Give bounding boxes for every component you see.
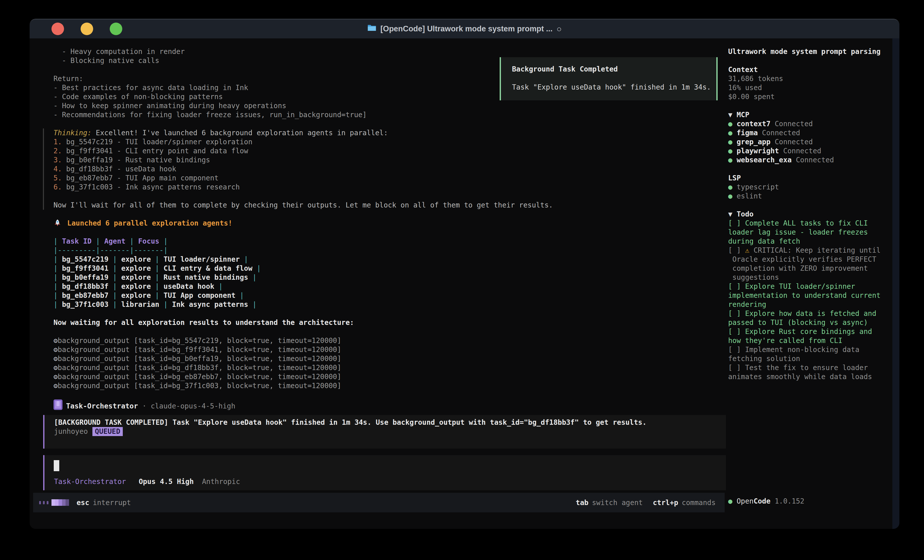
terminal-line: [ ] Explore how data is fetched and pass… (728, 309, 894, 327)
brand-name-bold: Code (753, 497, 770, 505)
terminal-line: Task-Orchestrator · claude-opus-4-5-high (54, 400, 716, 411)
text-segment: Connected (758, 129, 800, 137)
terminal-line: Thinking: Excellent! I've launched 6 bac… (54, 129, 716, 138)
text-segment: [ ] Implement non-blocking data fetching… (728, 346, 860, 363)
terminal-line: ⚙background_output [task_id=bg_df18bb3f,… (54, 363, 716, 372)
text-segment: | (151, 273, 164, 281)
completed-task-message: [BACKGROUND TASK COMPLETED] Task "Explor… (54, 418, 646, 427)
text-segment: bg_37f1c003 (62, 300, 108, 308)
text-cursor (54, 460, 59, 471)
terminal-output-bottom: Launched 6 parallel exploration agents! … (54, 210, 716, 411)
text-segment: [ ] Test the fix to ensure loader animat… (728, 364, 872, 381)
thinking-block: Thinking: Excellent! I've launched 6 bac… (43, 129, 716, 210)
warning-icon: ⚠ (745, 246, 753, 255)
text-segment: eslint (737, 192, 762, 200)
text-segment: - Recommendations for fixing loader free… (54, 111, 367, 119)
terminal-line: ▼ Todo (728, 210, 894, 219)
text-segment: | (126, 237, 138, 246)
text-segment: 4. (54, 165, 66, 173)
gear-icon: ⚙ (54, 382, 58, 390)
text-segment: - Best practices for async data loading … (54, 84, 248, 92)
text-segment: | (54, 237, 62, 246)
terminal-line: Ultrawork mode system prompt parsing (728, 47, 894, 56)
agent-name[interactable]: Task-Orchestrator (54, 478, 126, 486)
text-segment: explore (121, 291, 151, 299)
text-segment: · (138, 402, 151, 410)
terminal-line: ▼ MCP (728, 111, 894, 120)
text-segment: - Blocking native calls (54, 57, 159, 65)
terminal-line: ● context7 Connected (728, 120, 894, 129)
gear-icon: ⚙ (54, 355, 58, 363)
app-version-row: ● OpenCode 1.0.152 (728, 497, 804, 506)
text-segment: - Heavy computation in render (54, 48, 185, 56)
text-segment: claude-opus-4-5-high (151, 402, 235, 410)
terminal-line: Context (728, 65, 894, 74)
text-segment: [ ] Explore how data is fetched and pass… (728, 309, 876, 327)
text-segment: | (151, 291, 164, 299)
spinner-gradient-icon (51, 499, 69, 506)
terminal-line (728, 201, 894, 210)
text-segment: | (108, 264, 121, 273)
text-segment: Todo (737, 210, 753, 218)
text-segment: | (151, 264, 164, 273)
terminal-line: [ ] Test the fix to ensure loader animat… (728, 363, 894, 381)
text-segment: Thinking: (54, 129, 92, 137)
terminal-line: [ ] Explore TUI loader/spinner implement… (728, 282, 894, 309)
terminal-line: $0.00 spent (728, 92, 894, 101)
text-segment: [ ] Complete ALL tasks to fix CLI loader… (728, 219, 868, 246)
text-segment: Rust native bindings (164, 273, 248, 281)
text-segment: 3. (54, 156, 66, 164)
queued-badge: QUEUED (92, 427, 123, 436)
text-segment: figma (737, 129, 758, 137)
text-segment: 2. (54, 147, 66, 155)
terminal-line: ⚙background_output [task_id=bg_b0effa19,… (54, 354, 716, 363)
status-bar: esc interrupt tab switch agent ctrl+p co… (33, 493, 724, 512)
text-segment: Agent (104, 237, 125, 246)
text-segment: Task-Orchestrator (66, 402, 138, 410)
terminal-line: ● playwright Connected (728, 147, 894, 156)
status-dot: ● (728, 156, 737, 164)
folder-icon (368, 24, 376, 34)
app-version: 1.0.152 (771, 497, 804, 505)
record-circle-icon: ○ (556, 24, 562, 34)
online-status-dot: ● (728, 497, 737, 505)
text-segment: background_output [task_id=bg_f9ff3041, … (58, 346, 341, 354)
text-segment: websearch_exa (737, 156, 792, 164)
terminal-line: | bg_df18bb3f | explore | useData hook | (54, 282, 716, 291)
gear-icon: ⚙ (54, 364, 58, 372)
text-segment: | (54, 291, 62, 299)
model-name[interactable]: Opus 4.5 High (139, 478, 194, 486)
text-segment: | (54, 264, 62, 273)
text-segment: background_output [task_id=bg_df18bb3f, … (58, 364, 341, 372)
username: junhoyeo (54, 427, 88, 436)
text-segment: Ultrawork mode system prompt parsing (728, 48, 880, 56)
terminal-line (728, 101, 894, 111)
terminal-line: - Recommendations for fixing loader free… (54, 111, 711, 120)
text-segment: bg_df18bb3f - useData hook (66, 165, 176, 173)
terminal-line: ● websearch_exa Connected (728, 156, 894, 165)
text-segment: bg_df18bb3f (62, 282, 108, 290)
terminal-line: | Task ID | Agent | Focus | (54, 237, 716, 246)
text-segment: bg_5547c219 (62, 255, 108, 264)
text-segment: Context (728, 66, 758, 74)
terminal-line: Launched 6 parallel exploration agents! (54, 219, 716, 228)
window-title: [OpenCode] Ultrawork mode system prompt … (380, 24, 553, 33)
terminal-line: [ ] ⚠ CRITICAL: Keep iterating until Ora… (728, 246, 894, 282)
text-segment: 31,686 tokens (728, 75, 783, 83)
terminal-line: ● grep_app Connected (728, 138, 894, 147)
text-segment: bg_f9ff3041 - CLI entry point and data f… (66, 147, 248, 155)
text-segment: |---------|-------|-------| (54, 246, 168, 255)
text-segment: Ink async patterns (172, 300, 248, 308)
esc-key-hint: esc (76, 499, 89, 507)
text-segment: Focus (138, 237, 159, 246)
text-segment: explore (121, 273, 151, 281)
terminal-line: 1. bg_5547c219 - TUI loader/spinner expl… (54, 138, 716, 147)
prompt-input[interactable]: Task-Orchestrator Opus 4.5 High Anthropi… (43, 455, 726, 490)
text-segment: Task ID (62, 237, 92, 246)
text-segment: | (108, 291, 121, 299)
text-segment: - How to keep spinner animating during h… (54, 102, 286, 110)
text-segment: Connected (771, 120, 813, 128)
terminal-line: [ ] Explore Rust core bindings and how t… (728, 327, 894, 345)
notification-toast[interactable]: Background Task Completed Task "Explore … (500, 57, 718, 100)
terminal-line: | bg_eb87ebb7 | explore | TUI App compon… (54, 291, 716, 300)
